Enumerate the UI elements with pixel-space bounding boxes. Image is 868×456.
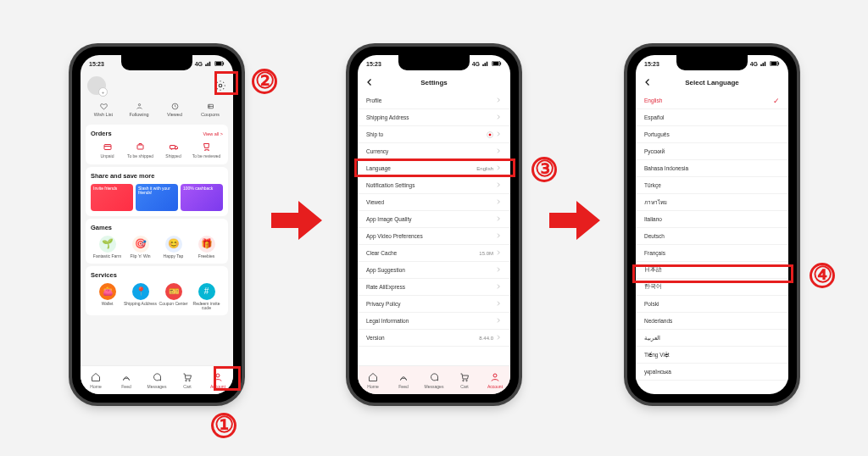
language-row-7[interactable]: Italiano bbox=[636, 211, 788, 228]
row-label: Legal Information bbox=[366, 318, 409, 324]
order-status-2[interactable]: Shipped bbox=[157, 142, 190, 159]
language-row-5[interactable]: Türkçe bbox=[636, 177, 788, 194]
settings-row-currency[interactable]: Currency bbox=[358, 143, 510, 160]
settings-row-language[interactable]: Language English bbox=[358, 160, 510, 177]
svg-point-14 bbox=[175, 148, 176, 150]
svg-point-15 bbox=[186, 380, 187, 381]
service-tile-2[interactable]: 🎫 Coupon Center bbox=[157, 283, 190, 311]
order-icon bbox=[124, 142, 157, 153]
settings-row-app video preferences[interactable]: App Video Preferences bbox=[358, 228, 510, 245]
order-status-1[interactable]: To be shipped bbox=[124, 142, 157, 159]
settings-row-shipping address[interactable]: Shipping Address bbox=[358, 109, 510, 126]
tab-feed[interactable]: Feed bbox=[111, 366, 142, 394]
status-time: 15:23 bbox=[366, 61, 381, 67]
language-row-8[interactable]: Deutsch bbox=[636, 228, 788, 245]
metric-1[interactable]: Following bbox=[121, 102, 157, 117]
svg-point-6 bbox=[219, 84, 222, 87]
settings-row-legal information[interactable]: Legal Information bbox=[358, 313, 510, 330]
language-row-3[interactable]: Русский bbox=[636, 143, 788, 160]
language-row-10[interactable]: 日本語 bbox=[636, 262, 788, 279]
promo-card-0[interactable]: Invite friends bbox=[91, 184, 133, 211]
metric-0[interactable]: Wish List bbox=[86, 102, 121, 117]
tab-label: Cart bbox=[460, 384, 468, 389]
tab-feed[interactable]: Feed bbox=[388, 366, 419, 394]
avatar[interactable] bbox=[87, 76, 106, 95]
tab-account[interactable]: Account bbox=[480, 366, 510, 394]
settings-row-notification settings[interactable]: Notification Settings bbox=[358, 177, 510, 194]
tab-icon bbox=[459, 372, 470, 383]
row-value bbox=[495, 317, 502, 325]
language-row-11[interactable]: 한국어 bbox=[636, 279, 788, 296]
battery-icon bbox=[214, 61, 225, 66]
game-tile-2[interactable]: 😊 Happy Tap bbox=[157, 236, 190, 259]
service-tile-0[interactable]: 👛 Wallet bbox=[91, 283, 124, 311]
row-value bbox=[495, 198, 502, 206]
row-value bbox=[487, 131, 502, 138]
settings-title: Settings bbox=[420, 79, 448, 86]
phone-settings: 15:23 4G Settings Profile Shipping Addre… bbox=[349, 47, 519, 403]
settings-row-viewed[interactable]: Viewed bbox=[358, 194, 510, 211]
settings-row-version[interactable]: Version 8.44.0 bbox=[358, 330, 510, 347]
language-row-16[interactable]: українська bbox=[636, 364, 788, 381]
language-row-1[interactable]: Español bbox=[636, 109, 788, 126]
tab-home[interactable]: Home bbox=[358, 366, 388, 394]
language-row-14[interactable]: العربية bbox=[636, 330, 788, 347]
tab-cart[interactable]: Cart bbox=[172, 366, 203, 394]
promo-card-1[interactable]: Slash it with your friends! bbox=[136, 184, 178, 211]
metric-icon bbox=[86, 102, 121, 110]
settings-row-privacy policy[interactable]: Privacy Policy bbox=[358, 296, 510, 313]
row-value bbox=[495, 266, 502, 274]
tab-messages[interactable]: Messages bbox=[419, 366, 449, 394]
settings-row-rate aliexpress[interactable]: Rate AliExpress bbox=[358, 279, 510, 296]
order-status-3[interactable]: To be reviewed bbox=[190, 142, 223, 159]
language-row-6[interactable]: ภาษาไทย bbox=[636, 194, 788, 211]
svg-rect-11 bbox=[137, 145, 143, 149]
back-button[interactable] bbox=[643, 77, 653, 88]
language-label: 日本語 bbox=[644, 266, 662, 274]
language-row-13[interactable]: Nederlands bbox=[636, 313, 788, 330]
settings-row-clear cache[interactable]: Clear Cache 15.0M bbox=[358, 245, 510, 262]
orders-viewall[interactable]: View all > bbox=[203, 131, 223, 136]
tab-cart[interactable]: Cart bbox=[449, 366, 480, 394]
service-tile-3[interactable]: # Redeem invite code bbox=[190, 283, 223, 311]
game-tile-1[interactable]: 🎯 Flip 'n' Win bbox=[124, 236, 157, 259]
language-row-2[interactable]: Português bbox=[636, 126, 788, 143]
promo-card-2[interactable]: 100% cashback bbox=[181, 184, 223, 211]
metric-label: Wish List bbox=[86, 112, 121, 117]
order-status-0[interactable]: Unpaid bbox=[91, 142, 124, 159]
svg-rect-5 bbox=[223, 63, 224, 65]
row-label: Viewed bbox=[366, 199, 384, 205]
tab-account[interactable]: Account bbox=[203, 366, 233, 394]
metric-2[interactable]: Viewed bbox=[157, 102, 192, 117]
settings-row-app image quality[interactable]: App Image Quality bbox=[358, 211, 510, 228]
chevron-right-icon bbox=[495, 317, 502, 325]
settings-row-ship to[interactable]: Ship to bbox=[358, 126, 510, 143]
tab-home[interactable]: Home bbox=[81, 366, 111, 394]
japan-flag-icon bbox=[487, 131, 493, 138]
language-list: English ✓ Español Português Русский Baha… bbox=[636, 92, 788, 381]
svg-rect-18 bbox=[482, 64, 484, 66]
row-value bbox=[495, 300, 502, 308]
settings-row-app suggestion[interactable]: App Suggestion bbox=[358, 262, 510, 279]
language-label: Polski bbox=[644, 301, 659, 307]
game-tile-3[interactable]: 🎁 Freebies bbox=[190, 236, 223, 259]
svg-rect-10 bbox=[104, 145, 111, 150]
svg-rect-0 bbox=[205, 64, 207, 66]
language-row-4[interactable]: Bahasa Indonesia bbox=[636, 160, 788, 177]
language-row-12[interactable]: Polski bbox=[636, 296, 788, 313]
settings-row-profile[interactable]: Profile bbox=[358, 92, 510, 109]
tab-messages[interactable]: Messages bbox=[142, 366, 172, 394]
language-row-15[interactable]: Tiếng Việt bbox=[636, 347, 788, 364]
settings-gear-icon[interactable] bbox=[214, 80, 226, 92]
back-button[interactable] bbox=[364, 77, 375, 88]
game-tile-0[interactable]: 🌱 Fantastic Farm bbox=[91, 236, 124, 259]
service-tile-1[interactable]: 📍 Shipping Address bbox=[124, 283, 157, 311]
metric-3[interactable]: Coupons bbox=[192, 102, 228, 117]
tab-icon bbox=[429, 372, 439, 383]
chevron-right-icon bbox=[495, 266, 502, 274]
language-row-0[interactable]: English ✓ bbox=[636, 92, 788, 109]
language-row-9[interactable]: Français bbox=[636, 245, 788, 262]
svg-point-17 bbox=[216, 374, 220, 377]
svg-point-13 bbox=[170, 148, 172, 150]
svg-rect-22 bbox=[493, 62, 499, 65]
